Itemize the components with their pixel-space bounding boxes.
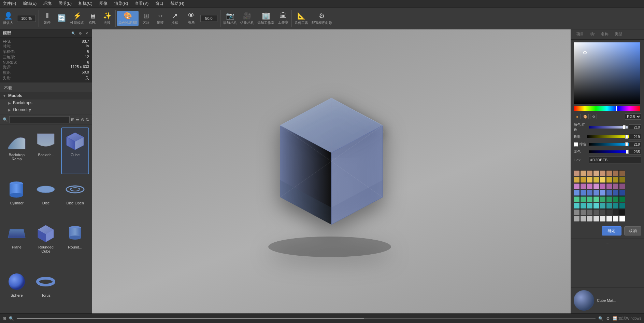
model-disc-open[interactable]: Disc Open	[61, 176, 89, 218]
color-swatch[interactable]	[574, 170, 580, 176]
toolbar-switch-camera[interactable]: 🎥 切换相机	[239, 11, 255, 26]
color-gradient-container[interactable]	[574, 42, 641, 104]
color-swatch[interactable]	[587, 190, 593, 196]
hue-bar-container[interactable]	[574, 106, 641, 111]
menu-file[interactable]: 文件(F)	[1, 0, 17, 7]
color-swatch[interactable]	[593, 209, 599, 215]
color-swatch[interactable]	[619, 190, 625, 196]
tree-geometry[interactable]: ▶ Geometry	[0, 106, 92, 113]
color-swatch[interactable]	[587, 196, 593, 202]
model-rounded-cube[interactable]: Rounded Cube	[32, 220, 60, 267]
menu-env[interactable]: 环境	[42, 0, 53, 7]
green-value[interactable]	[629, 142, 641, 147]
blue-slider[interactable]	[589, 150, 628, 153]
color-swatch[interactable]	[580, 190, 586, 196]
toolbar-gpu[interactable]: 🖥 GPU	[86, 12, 100, 25]
toolbar-denoise[interactable]: ✨ 去噪	[100, 11, 114, 26]
color-swatch[interactable]	[613, 190, 619, 196]
hex-input[interactable]	[589, 157, 641, 163]
toolbar-refresh[interactable]: 🔄	[55, 13, 68, 24]
toolbar-blocks[interactable]: ⊞ 区块	[139, 11, 153, 26]
red-slider[interactable]	[589, 126, 628, 129]
more-icon[interactable]: ···	[605, 240, 610, 245]
color-swatch[interactable]	[593, 203, 599, 209]
color-swatch[interactable]	[574, 216, 580, 222]
gear-settings-icon[interactable]: ⚙	[590, 114, 597, 119]
bottom-search-icon[interactable]: 🔍	[9, 316, 14, 321]
color-swatch[interactable]	[613, 170, 619, 176]
color-swatch[interactable]	[593, 196, 599, 202]
tab-scene[interactable]: 场:	[587, 31, 598, 38]
model-torus[interactable]: Torus	[32, 268, 60, 311]
color-swatch[interactable]	[606, 177, 612, 183]
color-mode-select[interactable]: RGB HSV HSL	[625, 113, 641, 120]
tree-models-header[interactable]: ▼ Models	[0, 92, 92, 99]
menu-view[interactable]: 查看(V)	[133, 0, 150, 7]
list-view-icon[interactable]: ☰	[76, 117, 80, 122]
model-cylinder[interactable]: Cylinder	[3, 176, 31, 218]
color-swatch[interactable]	[587, 177, 593, 183]
color-swatch[interactable]	[619, 196, 625, 202]
toolbar-studio[interactable]: 🏛 工作室	[276, 11, 290, 26]
color-swatch[interactable]	[600, 216, 606, 222]
tab-project[interactable]: 项目	[574, 31, 587, 38]
yellow-slider[interactable]	[587, 135, 629, 138]
color-swatch[interactable]	[574, 209, 580, 215]
color-swatch[interactable]	[613, 196, 619, 202]
color-swatch[interactable]	[587, 216, 593, 222]
cancel-button[interactable]: 取消	[624, 226, 641, 235]
color-swatch[interactable]	[574, 203, 580, 209]
toolbar-configure[interactable]: ⚙ 配置程序向导	[310, 11, 333, 26]
toolbar-performance[interactable]: ⚡ 性能模式	[69, 11, 85, 26]
sort-icon[interactable]: ⇅	[86, 117, 89, 122]
filter-icon[interactable]: ⊙	[81, 117, 84, 122]
model-disc[interactable]: Disc	[32, 176, 60, 218]
color-swatch[interactable]	[600, 177, 606, 183]
color-palette-icon[interactable]: 🎨	[582, 114, 589, 119]
menu-camera[interactable]: 相机(C)	[77, 0, 94, 7]
toolbar-add-camera[interactable]: 📷 添加相机	[222, 11, 238, 26]
model-backdrop-ramp[interactable]: Backdrop Ramp	[3, 127, 31, 174]
toolbar-geometry[interactable]: 📐 几何工具	[293, 11, 310, 26]
toolbar-push[interactable]: ↗ 推移	[168, 11, 182, 26]
color-swatch[interactable]	[580, 216, 586, 222]
model-backdrop[interactable]: Backtdr...	[32, 127, 60, 174]
panel-close-btn[interactable]: ✕	[84, 31, 89, 36]
bottom-grid-icon[interactable]: ⊞	[3, 316, 6, 321]
color-swatch[interactable]	[580, 177, 586, 183]
menu-lighting[interactable]: 照明(L)	[57, 0, 73, 7]
tab-type[interactable]: 类型	[612, 31, 625, 38]
panel-settings-btn[interactable]: ⚙	[78, 31, 83, 36]
color-swatch[interactable]	[600, 190, 606, 196]
tree-backdrops[interactable]: ▶ Backdrops	[0, 99, 92, 106]
color-swatch[interactable]	[580, 196, 586, 202]
color-swatch[interactable]	[574, 196, 580, 202]
menu-window[interactable]: 窗口	[154, 0, 165, 7]
color-swatch[interactable]	[587, 183, 593, 189]
color-swatch[interactable]	[587, 209, 593, 215]
tab-name[interactable]: 名称	[598, 31, 611, 38]
channel-checkbox[interactable]	[574, 142, 578, 147]
model-cube[interactable]: Cube	[61, 127, 89, 174]
search-input[interactable]	[9, 116, 70, 123]
color-swatch[interactable]	[587, 203, 593, 209]
color-swatch[interactable]	[600, 203, 606, 209]
color-swatch[interactable]	[613, 203, 619, 209]
viewport[interactable]	[92, 29, 571, 313]
toolbar-flip[interactable]: ↔ 翻转	[154, 11, 167, 26]
toolbar-pause[interactable]: ⏸ 暂停	[40, 11, 54, 26]
green-slider[interactable]	[589, 143, 629, 146]
color-swatch[interactable]	[580, 203, 586, 209]
color-swatch[interactable]	[606, 170, 612, 176]
color-swatch[interactable]	[606, 183, 612, 189]
color-swatch[interactable]	[613, 177, 619, 183]
color-swatch[interactable]	[619, 203, 625, 209]
color-swatch[interactable]	[587, 170, 593, 176]
color-swatch[interactable]	[606, 209, 612, 215]
yellow-value[interactable]	[629, 134, 641, 139]
color-swatch[interactable]	[619, 183, 625, 189]
bottom-zoom-icon[interactable]: 🔍	[598, 316, 603, 321]
color-swatch[interactable]	[600, 183, 606, 189]
color-swatch[interactable]	[593, 170, 599, 176]
color-swatch[interactable]	[574, 183, 580, 189]
